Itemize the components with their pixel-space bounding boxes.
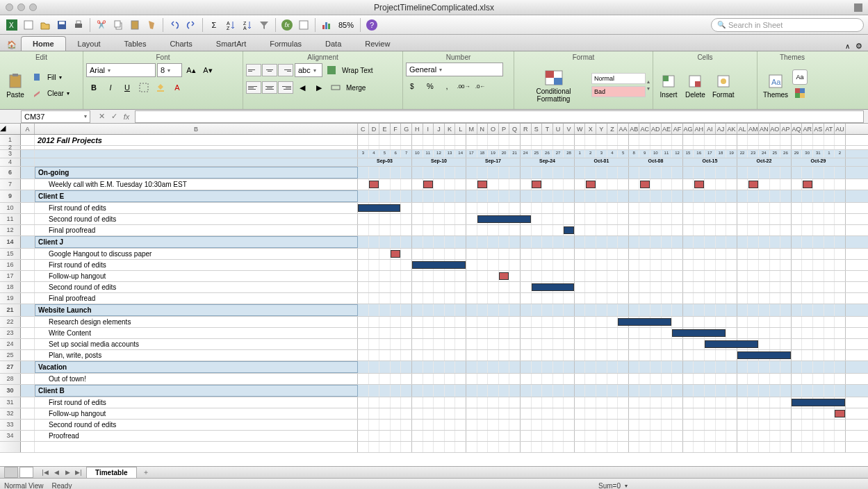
decrease-decimal-icon[interactable]: .0← [473, 78, 488, 94]
column-header-V[interactable]: V [564, 124, 575, 134]
chart-icon[interactable] [319, 17, 334, 33]
align-center[interactable] [262, 81, 277, 94]
gantt-block[interactable] [412, 261, 466, 269]
status-sum[interactable]: Sum=0 [598, 482, 628, 490]
normal-view-icon[interactable] [4, 467, 18, 478]
column-header-R[interactable]: R [521, 124, 532, 134]
page-layout-view-icon[interactable] [19, 467, 33, 478]
column-header-E[interactable]: E [379, 124, 391, 134]
gantt-block[interactable] [672, 329, 726, 337]
tab-tables[interactable]: Tables [113, 36, 158, 51]
decrease-font-icon[interactable]: A▾ [200, 63, 215, 78]
filter-icon[interactable] [256, 17, 272, 33]
cell-label[interactable]: Second round of edits [35, 282, 358, 292]
cell-label[interactable]: Follow-up hangout [35, 271, 358, 281]
column-header-H[interactable]: H [412, 124, 423, 134]
tab-formulas[interactable]: Formulas [258, 36, 313, 51]
gantt-block[interactable] [640, 181, 650, 188]
name-box[interactable]: CM37 [21, 110, 90, 123]
font-name-dropdown[interactable]: Arial [86, 63, 156, 77]
cell-label[interactable]: On-going [35, 167, 358, 179]
gantt-block[interactable] [477, 215, 531, 223]
cell-label[interactable]: Weekly call with E.M. Tuesday 10:30am ES… [35, 179, 358, 190]
column-header-AT[interactable]: AT [824, 124, 835, 134]
row-header[interactable]: 34 [0, 431, 21, 441]
search-input[interactable]: Search in Sheet [711, 18, 864, 32]
select-all-corner[interactable]: ◢ [0, 124, 21, 134]
gantt-block[interactable] [369, 181, 379, 188]
align-left[interactable] [246, 81, 261, 94]
print-icon[interactable] [71, 17, 86, 33]
column-header-B[interactable]: B [35, 124, 358, 134]
cell-label[interactable]: Client E [35, 190, 358, 202]
minimize-window-button[interactable] [17, 3, 25, 11]
sheet-prev-icon[interactable]: ◀ [51, 467, 61, 477]
accept-formula-icon[interactable]: ✓ [108, 111, 120, 122]
gantt-block[interactable] [586, 181, 596, 188]
copy-icon[interactable] [110, 17, 126, 33]
sort-desc-icon[interactable]: ZA [240, 17, 255, 33]
column-header-U[interactable]: U [553, 124, 564, 134]
row-header[interactable]: 32 [0, 408, 21, 419]
cell-label[interactable]: Proofread [35, 431, 358, 441]
new-icon[interactable] [21, 17, 36, 33]
column-header-AG[interactable]: AG [683, 124, 694, 134]
cell-label[interactable]: Follow-up hangout [35, 408, 358, 419]
column-header-AQ[interactable]: AQ [792, 124, 803, 134]
cell-label[interactable]: Client B [35, 385, 358, 397]
row-header[interactable]: 24 [0, 339, 21, 349]
bold-button[interactable]: B [86, 80, 101, 95]
ribbon-settings-icon[interactable]: ⚙ [855, 42, 862, 51]
cell-label[interactable]: Final proofread [35, 293, 358, 304]
tab-smartart[interactable]: SmartArt [204, 36, 258, 51]
row-header[interactable]: 31 [0, 397, 21, 408]
column-header-S[interactable]: S [532, 124, 543, 134]
column-header-Z[interactable]: Z [607, 124, 619, 134]
column-header-L[interactable]: L [455, 124, 466, 134]
tab-home[interactable]: Home [21, 36, 66, 51]
row-header[interactable]: 17 [0, 271, 21, 281]
gantt-block[interactable] [737, 351, 791, 359]
style-normal[interactable]: Normal [591, 73, 646, 84]
gantt-block[interactable] [835, 410, 845, 417]
column-header-AD[interactable]: AD [650, 124, 662, 134]
underline-button[interactable]: U [120, 80, 135, 95]
column-header-M[interactable]: M [466, 124, 477, 134]
fx-icon[interactable]: fx [121, 111, 132, 122]
comma-button[interactable]: , [439, 78, 455, 94]
column-header-AK[interactable]: AK [726, 124, 737, 134]
cell-label[interactable]: Plan, write, posts [35, 350, 358, 360]
delete-cells-button[interactable]: Delete [682, 70, 708, 100]
ribbon-home-icon[interactable]: 🏠 [6, 38, 18, 51]
column-header-AO[interactable]: AO [770, 124, 781, 134]
row-header[interactable]: 28 [0, 374, 21, 384]
cell-label[interactable]: Vacation [35, 361, 358, 373]
wrap-text-button[interactable] [324, 63, 339, 78]
increase-indent-icon[interactable]: ▶ [311, 80, 327, 95]
column-header-O[interactable]: O [488, 124, 499, 134]
column-header-AB[interactable]: AB [629, 124, 640, 134]
row-header[interactable]: 11 [0, 214, 21, 224]
row-header[interactable]: 19 [0, 293, 21, 304]
column-header-P[interactable]: P [499, 124, 510, 134]
themes-button[interactable]: Aa Themes [760, 70, 791, 100]
column-header-D[interactable]: D [369, 124, 380, 134]
column-header-AM[interactable]: AM [748, 124, 759, 134]
column-header-W[interactable]: W [575, 124, 586, 134]
increase-decimal-icon[interactable]: .00→ [456, 78, 471, 94]
cell-label[interactable]: Google Hangout to discuss paper [35, 249, 358, 259]
row-header[interactable]: 9 [0, 190, 21, 202]
format-painter-icon[interactable] [144, 17, 159, 33]
cancel-formula-icon[interactable]: ✕ [96, 111, 107, 122]
column-header-F[interactable]: F [391, 124, 402, 134]
fill-color-button[interactable] [153, 80, 168, 95]
gantt-block[interactable] [705, 340, 758, 348]
insert-cells-button[interactable]: Insert [656, 70, 681, 100]
row-header[interactable]: 6 [0, 167, 21, 179]
row-header[interactable]: 10 [0, 203, 21, 213]
column-header-N[interactable]: N [477, 124, 489, 134]
column-header-T[interactable]: T [542, 124, 553, 134]
sort-asc-icon[interactable]: AZ [223, 17, 238, 33]
undo-icon[interactable] [167, 17, 182, 33]
cell-label[interactable]: First round of edits [35, 397, 358, 408]
